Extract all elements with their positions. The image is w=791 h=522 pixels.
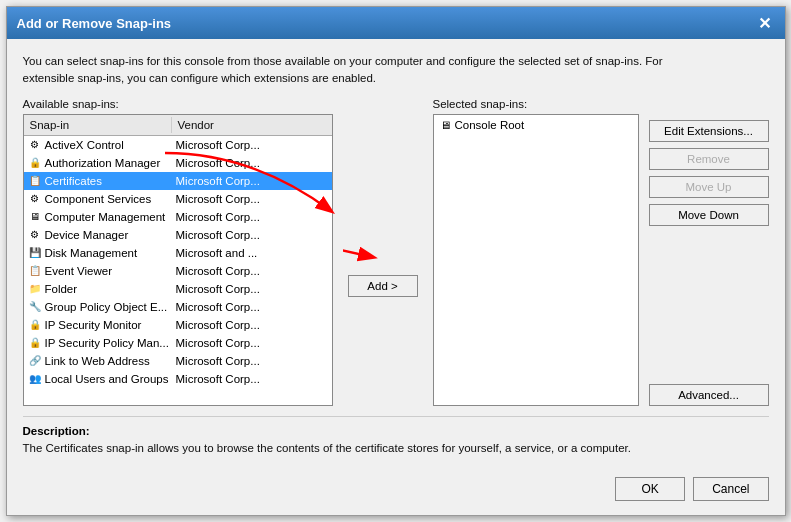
description-content: The Certificates snap-in allows you to b…	[23, 440, 769, 457]
list-row[interactable]: ⚙Device ManagerMicrosoft Corp...	[24, 226, 332, 244]
list-row[interactable]: 📋CertificatesMicrosoft Corp...	[24, 172, 332, 190]
list-row[interactable]: 📋Event ViewerMicrosoft Corp...	[24, 262, 332, 280]
description-section: Description: The Certificates snap-in al…	[23, 416, 769, 457]
snap-in-name: Device Manager	[45, 229, 129, 241]
vendor-name: Microsoft Corp...	[172, 228, 332, 242]
list-row[interactable]: 🔒IP Security MonitorMicrosoft Corp...	[24, 316, 332, 334]
snap-in-name: Link to Web Address	[45, 355, 150, 367]
vendor-name: Microsoft Corp...	[172, 210, 332, 224]
dialog-title: Add or Remove Snap-ins	[17, 16, 172, 31]
add-remove-snapins-dialog: Add or Remove Snap-ins ✕ You can select …	[6, 6, 786, 516]
list-row[interactable]: 🔒IP Security Policy Man...Microsoft Corp…	[24, 334, 332, 352]
snap-in-name: Certificates	[45, 175, 103, 187]
panels-row: Available snap-ins: Snap-in Vendor ⚙Acti…	[23, 98, 769, 406]
selected-snapins-label: Selected snap-ins:	[433, 98, 639, 110]
list-header: Snap-in Vendor	[24, 115, 332, 136]
list-row[interactable]: ⚙Component ServicesMicrosoft Corp...	[24, 190, 332, 208]
snap-in-icon: 🔧	[28, 300, 42, 314]
vendor-name: Microsoft Corp...	[172, 264, 332, 278]
vendor-header: Vendor	[172, 117, 332, 133]
selected-snap-in-name: Console Root	[455, 119, 525, 131]
snap-in-name: Disk Management	[45, 247, 138, 259]
remove-button[interactable]: Remove	[649, 148, 769, 170]
vendor-name: Microsoft Corp...	[172, 192, 332, 206]
available-snapins-body[interactable]: ⚙ActiveX ControlMicrosoft Corp...🔒Author…	[24, 136, 332, 405]
svg-line-0	[343, 202, 373, 257]
vendor-name: Microsoft Corp...	[172, 282, 332, 296]
snap-in-name: Component Services	[45, 193, 152, 205]
snap-in-icon: 🔒	[28, 156, 42, 170]
snap-in-icon: 🔒	[28, 336, 42, 350]
vendor-name: Microsoft Corp...	[172, 336, 332, 350]
snap-in-icon: 🔒	[28, 318, 42, 332]
right-panel: Selected snap-ins: 🖥Console Root	[433, 98, 639, 406]
vendor-name: Microsoft and ...	[172, 246, 332, 260]
snap-in-icon: 👥	[28, 372, 42, 386]
add-button[interactable]: Add >	[348, 275, 418, 297]
title-bar: Add or Remove Snap-ins ✕	[7, 7, 785, 39]
snap-in-icon: 🔗	[28, 354, 42, 368]
list-row[interactable]: 📁FolderMicrosoft Corp...	[24, 280, 332, 298]
move-up-button[interactable]: Move Up	[649, 176, 769, 198]
snap-in-name: ActiveX Control	[45, 139, 124, 151]
advanced-button[interactable]: Advanced...	[649, 384, 769, 406]
description-label: Description:	[23, 425, 769, 437]
vendor-name: Microsoft Corp...	[172, 138, 332, 152]
list-row[interactable]: ⚙ActiveX ControlMicrosoft Corp...	[24, 136, 332, 154]
available-snapins-list[interactable]: Snap-in Vendor ⚙ActiveX ControlMicrosoft…	[23, 114, 333, 406]
snap-in-icon: ⚙	[28, 228, 42, 242]
vendor-name: Microsoft Corp...	[172, 354, 332, 368]
snap-in-name: Computer Management	[45, 211, 166, 223]
bottom-buttons: OK Cancel	[23, 467, 769, 501]
list-row[interactable]: 👥Local Users and GroupsMicrosoft Corp...	[24, 370, 332, 388]
action-buttons-panel: Edit Extensions... Remove Move Up Move D…	[649, 98, 769, 406]
snap-in-icon: 📋	[28, 264, 42, 278]
middle-panel: Add >	[343, 98, 423, 406]
vendor-name: Microsoft Corp...	[172, 156, 332, 170]
snap-in-name: Authorization Manager	[45, 157, 161, 169]
left-panel: Available snap-ins: Snap-in Vendor ⚙Acti…	[23, 98, 333, 406]
snap-in-icon: ⚙	[28, 192, 42, 206]
snap-in-header: Snap-in	[24, 117, 172, 133]
dialog-body: You can select snap-ins for this console…	[7, 39, 785, 515]
vendor-name: Microsoft Corp...	[172, 174, 332, 188]
snap-in-name: Local Users and Groups	[45, 373, 169, 385]
selected-snap-in-item[interactable]: 🖥Console Root	[436, 117, 636, 133]
snap-in-icon: ⚙	[28, 138, 42, 152]
top-description: You can select snap-ins for this console…	[23, 53, 703, 88]
selected-snap-in-icon: 🖥	[440, 119, 451, 131]
close-button[interactable]: ✕	[755, 13, 775, 33]
snap-in-icon: 💾	[28, 246, 42, 260]
snap-in-icon: 📋	[28, 174, 42, 188]
snap-in-icon: 📁	[28, 282, 42, 296]
selected-snapins-list[interactable]: 🖥Console Root	[433, 114, 639, 406]
edit-extensions-button[interactable]: Edit Extensions...	[649, 120, 769, 142]
ok-button[interactable]: OK	[615, 477, 685, 501]
list-row[interactable]: 🔒Authorization ManagerMicrosoft Corp...	[24, 154, 332, 172]
list-row[interactable]: 💾Disk ManagementMicrosoft and ...	[24, 244, 332, 262]
cancel-button[interactable]: Cancel	[693, 477, 768, 501]
snap-in-name: Folder	[45, 283, 78, 295]
list-row[interactable]: 🔧Group Policy Object E...Microsoft Corp.…	[24, 298, 332, 316]
list-row[interactable]: 🔗Link to Web AddressMicrosoft Corp...	[24, 352, 332, 370]
move-down-button[interactable]: Move Down	[649, 204, 769, 226]
snap-in-name: Group Policy Object E...	[45, 301, 168, 313]
vendor-name: Microsoft Corp...	[172, 372, 332, 386]
vendor-name: Microsoft Corp...	[172, 318, 332, 332]
red-arrow-icon	[343, 98, 423, 406]
available-snapins-label: Available snap-ins:	[23, 98, 333, 110]
snap-in-name: IP Security Monitor	[45, 319, 142, 331]
list-row[interactable]: 🖥Computer ManagementMicrosoft Corp...	[24, 208, 332, 226]
snap-in-icon: 🖥	[28, 210, 42, 224]
vendor-name: Microsoft Corp...	[172, 300, 332, 314]
snap-in-name: IP Security Policy Man...	[45, 337, 169, 349]
snap-in-name: Event Viewer	[45, 265, 113, 277]
